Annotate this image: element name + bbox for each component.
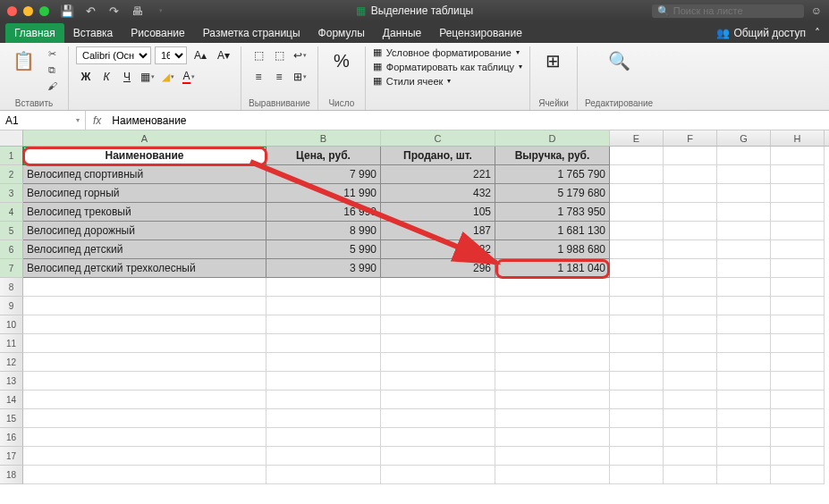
cell[interactable] bbox=[717, 466, 771, 484]
cell[interactable] bbox=[610, 165, 664, 184]
row-header[interactable]: 6 bbox=[0, 240, 23, 259]
cell[interactable] bbox=[771, 315, 825, 334]
cell[interactable]: 105 bbox=[381, 203, 495, 222]
cut-icon[interactable]: ✂ bbox=[43, 46, 61, 61]
align-center-icon[interactable]: ≡ bbox=[269, 68, 289, 86]
cell[interactable]: 5 179 680 bbox=[495, 184, 610, 203]
cell[interactable] bbox=[495, 334, 610, 353]
cell[interactable] bbox=[23, 297, 266, 315]
cell[interactable] bbox=[495, 353, 610, 372]
format-as-table-button[interactable]: ▦ Форматировать как таблицу ▾ bbox=[373, 61, 522, 72]
worksheet-grid[interactable]: A B C D E F G H 1 Наименование Цена, руб… bbox=[0, 130, 829, 504]
cell[interactable] bbox=[717, 259, 771, 278]
cell[interactable]: 432 bbox=[381, 184, 495, 203]
cell[interactable]: 1 783 950 bbox=[495, 203, 610, 222]
cell[interactable] bbox=[610, 428, 664, 447]
cell[interactable] bbox=[266, 447, 381, 466]
percent-button[interactable]: % bbox=[326, 46, 358, 75]
cell[interactable] bbox=[381, 353, 495, 372]
cell[interactable]: 1 765 790 bbox=[495, 165, 610, 184]
row-header[interactable]: 18 bbox=[0, 466, 23, 484]
formula-input[interactable] bbox=[108, 114, 829, 127]
cell[interactable] bbox=[23, 334, 266, 353]
border-button[interactable]: ▦ bbox=[138, 68, 157, 86]
cell[interactable] bbox=[495, 278, 610, 297]
row-header[interactable]: 12 bbox=[0, 353, 23, 372]
increase-font-icon[interactable]: A▴ bbox=[190, 46, 210, 64]
row-header[interactable]: 2 bbox=[0, 165, 23, 184]
cell[interactable] bbox=[664, 147, 717, 165]
tab-formulas[interactable]: Формулы bbox=[309, 23, 374, 43]
cell[interactable] bbox=[266, 428, 381, 447]
cell[interactable] bbox=[610, 240, 664, 259]
cell[interactable]: 8 990 bbox=[266, 222, 381, 240]
cell[interactable]: Продано, шт. bbox=[381, 147, 495, 165]
font-name-select[interactable]: Calibri (Осн... bbox=[76, 46, 151, 64]
cell[interactable] bbox=[266, 315, 381, 334]
row-header[interactable]: 16 bbox=[0, 428, 23, 447]
cell[interactable]: Велосипед детский трехколесный bbox=[23, 259, 266, 278]
cell[interactable] bbox=[23, 447, 266, 466]
cell[interactable]: 296 bbox=[381, 259, 495, 278]
cell[interactable] bbox=[717, 315, 771, 334]
cell[interactable] bbox=[717, 428, 771, 447]
name-box[interactable]: ▾ bbox=[0, 111, 86, 130]
cell[interactable] bbox=[717, 165, 771, 184]
cell[interactable]: 7 990 bbox=[266, 165, 381, 184]
conditional-formatting-button[interactable]: ▦ Условное форматирование ▾ bbox=[373, 46, 522, 58]
row-header[interactable]: 4 bbox=[0, 203, 23, 222]
col-header-B[interactable]: B bbox=[266, 130, 381, 146]
cell[interactable]: 5 990 bbox=[266, 240, 381, 259]
cell[interactable] bbox=[23, 409, 266, 428]
copy-icon[interactable]: ⧉ bbox=[43, 63, 61, 77]
row-header[interactable]: 8 bbox=[0, 278, 23, 297]
cell[interactable] bbox=[771, 447, 825, 466]
cell[interactable] bbox=[664, 447, 717, 466]
row-header[interactable]: 14 bbox=[0, 391, 23, 409]
name-box-input[interactable] bbox=[5, 114, 59, 127]
cell[interactable]: Цена, руб. bbox=[266, 147, 381, 165]
tab-insert[interactable]: Вставка bbox=[64, 23, 123, 43]
editing-button[interactable]: 🔍 bbox=[585, 46, 653, 75]
cell[interactable] bbox=[23, 315, 266, 334]
cell[interactable] bbox=[381, 466, 495, 484]
cell[interactable] bbox=[381, 428, 495, 447]
cell-styles-button[interactable]: ▦ Стили ячеек ▾ bbox=[373, 75, 522, 87]
col-header-G[interactable]: G bbox=[717, 130, 771, 146]
merge-icon[interactable]: ⊞ bbox=[290, 68, 309, 86]
cell[interactable] bbox=[717, 353, 771, 372]
cell[interactable] bbox=[717, 278, 771, 297]
cell[interactable] bbox=[610, 409, 664, 428]
undo-icon[interactable]: ↶ bbox=[83, 4, 97, 18]
cell[interactable] bbox=[495, 428, 610, 447]
cell[interactable] bbox=[717, 409, 771, 428]
cell[interactable] bbox=[610, 334, 664, 353]
col-header-D[interactable]: D bbox=[495, 130, 610, 146]
font-size-select[interactable]: 16 bbox=[155, 46, 187, 64]
cell[interactable] bbox=[381, 391, 495, 409]
cell[interactable] bbox=[266, 334, 381, 353]
paste-button[interactable]: 📋 bbox=[7, 46, 39, 75]
cell[interactable] bbox=[381, 297, 495, 315]
cell[interactable] bbox=[381, 372, 495, 391]
cell[interactable] bbox=[381, 447, 495, 466]
font-color-button[interactable]: А bbox=[179, 68, 199, 86]
cell[interactable] bbox=[771, 297, 825, 315]
cell[interactable] bbox=[717, 184, 771, 203]
cell[interactable] bbox=[266, 409, 381, 428]
align-middle-icon[interactable]: ⬚ bbox=[269, 46, 289, 64]
cell[interactable] bbox=[266, 466, 381, 484]
cell[interactable] bbox=[664, 334, 717, 353]
cell[interactable] bbox=[717, 297, 771, 315]
cell[interactable]: 1 988 680 bbox=[495, 240, 610, 259]
tab-page-layout[interactable]: Разметка страницы bbox=[194, 23, 309, 43]
align-left-icon[interactable]: ≡ bbox=[249, 68, 268, 86]
cell[interactable]: 332 bbox=[381, 240, 495, 259]
cell[interactable] bbox=[610, 447, 664, 466]
cell[interactable] bbox=[381, 315, 495, 334]
cell[interactable] bbox=[717, 372, 771, 391]
cell[interactable] bbox=[610, 353, 664, 372]
print-icon[interactable]: 🖶 bbox=[130, 4, 144, 18]
cell[interactable] bbox=[771, 259, 825, 278]
share-button[interactable]: 👥 Общий доступ ˄ bbox=[707, 23, 829, 43]
